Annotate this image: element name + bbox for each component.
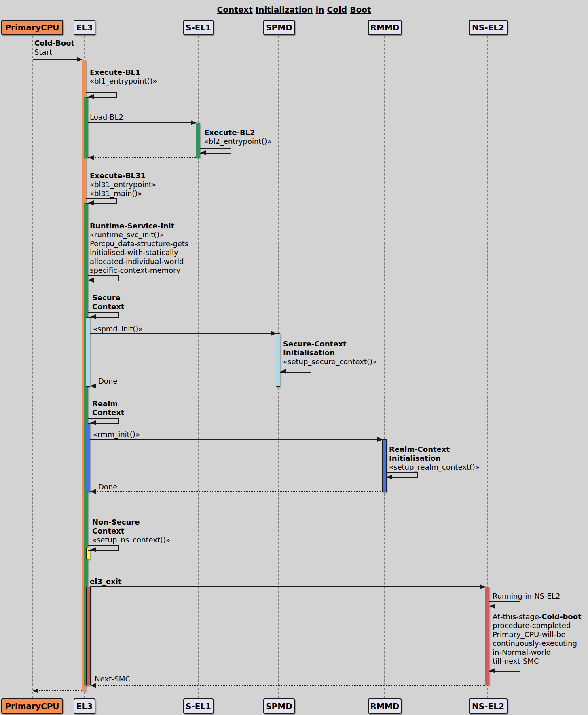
message-label-secure-context: Secure Context bbox=[92, 293, 124, 311]
participant-box-primarycpu-top: PrimaryCPU bbox=[1, 20, 63, 35]
arrowhead-icon bbox=[88, 278, 94, 283]
message-label-realm-context-init: Realm-Context Initialisation «setup_real… bbox=[389, 445, 480, 472]
arrowhead-icon bbox=[280, 369, 286, 374]
arrowhead-icon bbox=[91, 547, 96, 552]
arrowhead-icon bbox=[90, 420, 96, 425]
message-arrow-el3-exit bbox=[90, 586, 485, 587]
message-label-el3-exit: el3_exit bbox=[90, 577, 122, 586]
message-arrow-rmm-init bbox=[90, 439, 383, 440]
participant-box-rmmd-top: RMMD bbox=[368, 20, 402, 35]
lifeline-rmmd bbox=[384, 36, 385, 698]
activation-ns-el2-running bbox=[485, 587, 489, 685]
message-label-execute-bl31: Execute-BL31 «bl31_entrypoint» «bl31_mai… bbox=[90, 171, 156, 198]
participant-box-primarycpu-bottom: PrimaryCPU bbox=[1, 698, 63, 714]
arrowhead-icon bbox=[480, 584, 486, 589]
return-arrow-to-primarycpu bbox=[33, 690, 82, 691]
arrowhead-icon bbox=[489, 604, 495, 609]
arrowhead-icon bbox=[88, 155, 94, 160]
message-label-cold-boot-start: Cold-Boot Start bbox=[34, 39, 74, 57]
arrowhead-icon bbox=[377, 437, 383, 442]
return-arrow-secure-done bbox=[90, 386, 276, 386]
arrowhead-icon bbox=[91, 683, 96, 688]
activation-el3-bl2-load bbox=[84, 97, 88, 158]
message-label-done-secure: Done bbox=[98, 377, 117, 386]
arrowhead-icon bbox=[90, 489, 96, 494]
arrowhead-icon bbox=[88, 200, 94, 205]
message-arrow-cold-boot-start bbox=[33, 59, 82, 60]
message-label-cold-boot-complete: At-this-stage-Cold-boot procedure-comple… bbox=[493, 612, 582, 666]
participant-box-s-el1-top: S-EL1 bbox=[183, 20, 214, 35]
sequence-diagram: ContextInitializationinColdBoot bbox=[0, 0, 588, 715]
activation-el3-exit bbox=[86, 587, 91, 685]
message-label-rmm-init: «rmm_init()» bbox=[93, 430, 140, 439]
arrowhead-icon bbox=[200, 150, 206, 155]
diagram-title: ContextInitializationinColdBoot bbox=[0, 5, 588, 15]
message-label-secure-context-init: Secure-Context Initialisation «setup_sec… bbox=[283, 340, 377, 366]
participant-box-rmmd-bottom: RMMD bbox=[368, 698, 402, 714]
arrowhead-icon bbox=[489, 668, 495, 673]
message-label-spmd-init: «spmd_init()» bbox=[93, 325, 143, 333]
message-label-execute-bl1: Execute-BL1 «bl1_entrypoint()» bbox=[90, 68, 157, 86]
arrowhead-icon bbox=[387, 475, 392, 479]
message-label-realm-context: Realm Context bbox=[92, 399, 124, 417]
activation-el3-realm-ctx bbox=[86, 423, 90, 492]
message-label-next-smc: Next-SMC bbox=[95, 675, 130, 683]
arrowhead-icon bbox=[191, 120, 197, 125]
lifeline-primarycpu bbox=[32, 36, 33, 698]
message-label-execute-bl2: Execute-BL2 «bl2_entrypoint()» bbox=[204, 128, 271, 146]
arrowhead-icon bbox=[88, 94, 94, 99]
return-arrow-bl2-done bbox=[88, 157, 196, 158]
arrowhead-icon bbox=[90, 384, 96, 388]
participant-box-ns-el2-bottom: NS-EL2 bbox=[469, 698, 508, 714]
message-arrow-load-bl2 bbox=[88, 122, 196, 123]
activation-spmd-secure-ctx bbox=[276, 333, 280, 387]
message-label-runtime-service-init: Runtime-Service-Init «runtime_svc_init()… bbox=[90, 221, 188, 275]
activation-s-el1-bl2 bbox=[196, 123, 200, 158]
participant-box-spmd-bottom: SPMD bbox=[263, 698, 295, 714]
message-label-done-realm: Done bbox=[98, 483, 117, 491]
message-label-load-bl2: Load-BL2 bbox=[90, 113, 123, 122]
participant-box-el3-top: EL3 bbox=[74, 20, 95, 35]
participant-box-spmd-top: SPMD bbox=[263, 20, 295, 35]
return-arrow-realm-done bbox=[90, 491, 383, 492]
participant-box-el3-bottom: EL3 bbox=[74, 698, 95, 714]
participant-box-ns-el2-top: NS-EL2 bbox=[469, 20, 508, 35]
participant-box-s-el1-bottom: S-EL1 bbox=[183, 698, 214, 714]
message-label-non-secure-context: Non-Secure Context «setup_ns_context()» bbox=[92, 518, 170, 544]
activation-el3-secure-ctx bbox=[86, 317, 90, 387]
activation-rmmd-realm-ctx bbox=[382, 439, 387, 492]
arrowhead-icon bbox=[77, 57, 82, 62]
arrowhead-icon bbox=[271, 331, 277, 336]
return-arrow-next-smc bbox=[91, 685, 485, 686]
message-label-running-in-ns-el2: Running-in-NS-EL2 bbox=[493, 592, 560, 601]
arrowhead-icon bbox=[90, 314, 96, 319]
arrowhead-icon bbox=[33, 688, 38, 693]
